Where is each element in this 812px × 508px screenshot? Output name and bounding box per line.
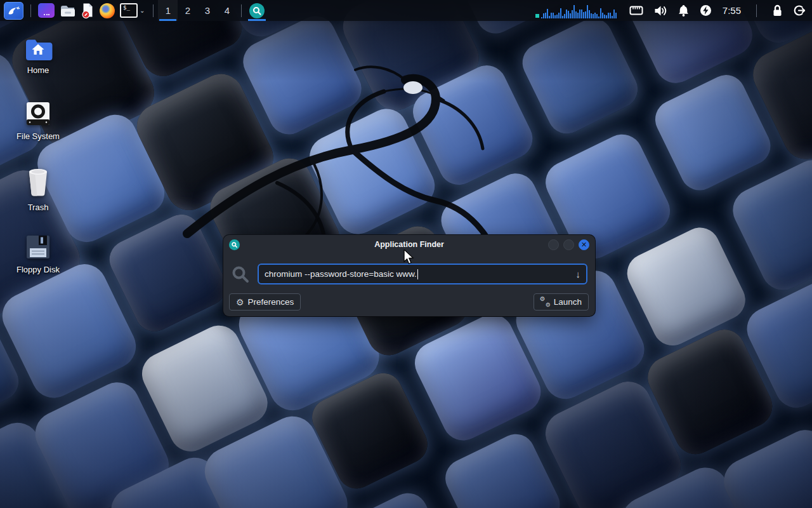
panel-separator — [153, 4, 154, 17]
history-dropdown-arrow[interactable]: ↓ — [571, 269, 581, 279]
file-manager-launcher[interactable] — [57, 0, 79, 21]
folder-icon — [60, 4, 76, 18]
power-manager-icon[interactable] — [700, 4, 712, 17]
run-gears-icon: ⚙ ⚙ — [540, 297, 550, 307]
chevron-down-icon[interactable]: ⌄ — [140, 7, 145, 14]
desktop-icon-file-system[interactable]: File System — [5, 100, 71, 141]
purple-window-icon — [38, 3, 55, 18]
search-icon — [231, 265, 250, 284]
network-icon[interactable] — [629, 5, 643, 16]
desktop-icon-home[interactable]: Home — [5, 37, 71, 75]
desktop-icon-label: Floppy Disk — [16, 265, 60, 274]
terminal-icon: $_ — [120, 3, 138, 18]
command-text: chromium --password-store=basic www. — [265, 269, 417, 279]
monitor-marker — [535, 14, 539, 18]
desktop-icon-label: Home — [27, 65, 49, 75]
floppy-disk-icon — [25, 234, 51, 260]
clock[interactable]: 7:55 — [723, 5, 741, 16]
home-folder-icon — [23, 37, 53, 61]
preferences-button[interactable]: ⚙ Preferences — [229, 293, 301, 311]
panel-separator — [30, 4, 31, 17]
window-title: Application Finder — [223, 240, 595, 249]
gear-icon: ⚙ — [236, 298, 244, 307]
document-edit-icon — [81, 3, 95, 18]
close-button[interactable]: ✕ — [579, 239, 589, 250]
launch-label: Launch — [554, 297, 582, 307]
workspace-button-2[interactable]: 2 — [178, 0, 197, 21]
panel-separator — [756, 4, 757, 17]
top-panel: $_ ⌄ 1234 — [0, 0, 812, 21]
workspace-button-3[interactable]: 3 — [197, 0, 217, 21]
hard-drive-icon — [25, 100, 51, 127]
desktop-icon-label: Trash — [28, 203, 49, 212]
logout-icon[interactable] — [794, 4, 806, 17]
lock-screen-icon[interactable] — [772, 4, 783, 17]
browser-launcher[interactable] — [97, 0, 117, 21]
text-editor-launcher[interactable] — [79, 0, 97, 21]
terminal-launcher[interactable]: $_ ⌄ — [117, 0, 148, 21]
notifications-bell-icon[interactable] — [678, 4, 689, 17]
minimize-button[interactable] — [548, 239, 559, 250]
network-monitor-graph[interactable] — [535, 3, 619, 19]
desktop-icon-label: File System — [16, 131, 60, 141]
workspace-button-4[interactable]: 4 — [217, 0, 237, 21]
workspace-switcher: 1234 — [158, 0, 237, 21]
trash-can-icon — [23, 166, 53, 198]
application-finder-window: Application Finder ✕ chromium --password… — [223, 235, 595, 316]
firefox-icon — [100, 3, 115, 18]
kali-logo-icon — [4, 2, 23, 20]
command-input[interactable]: chromium --password-store=basic www. ↓ — [258, 264, 587, 284]
launch-button[interactable]: ⚙ ⚙ Launch — [534, 293, 589, 311]
application-finder-launcher[interactable] — [246, 0, 268, 21]
text-caret — [417, 269, 419, 279]
preferences-label: Preferences — [248, 297, 294, 307]
app-finder-icon — [249, 3, 265, 18]
panel-separator — [241, 4, 242, 17]
purple-app-launcher[interactable] — [36, 0, 57, 21]
maximize-button[interactable] — [563, 239, 574, 250]
desktop-icon-floppy-disk[interactable]: Floppy Disk — [5, 234, 71, 274]
applications-menu-button[interactable] — [0, 0, 26, 21]
workspace-button-1[interactable]: 1 — [158, 0, 178, 21]
titlebar[interactable]: Application Finder ✕ — [223, 235, 595, 254]
application-finder-icon — [229, 239, 240, 250]
volume-icon[interactable] — [654, 5, 667, 17]
desktop-icon-trash[interactable]: Trash — [5, 166, 71, 212]
